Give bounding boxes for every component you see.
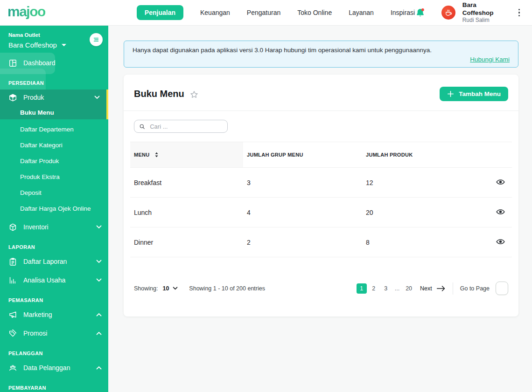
sidebar-item-label: Daftar Laporan: [23, 258, 67, 265]
sidebar-item-label: Promosi: [23, 330, 47, 337]
sidebar-item-analisa-usaha[interactable]: Analisa Usaha: [0, 272, 108, 288]
next-page-button[interactable]: Next: [420, 285, 446, 292]
goto-page-input[interactable]: [496, 282, 508, 295]
hubungi-kami-link[interactable]: Hubungi Kami: [470, 56, 510, 63]
plus-icon: [447, 90, 454, 97]
section-laporan: LAPORAN: [0, 244, 108, 250]
sidebar-item-marketing[interactable]: Marketing: [0, 307, 108, 323]
sidebar-subitem-deposit[interactable]: Deposit: [0, 185, 108, 200]
sidebar-item-dashboard[interactable]: Dashboard: [0, 55, 108, 71]
customers-icon: [8, 364, 17, 372]
chevron-up-icon: [96, 313, 102, 316]
showing-label: Showing:: [134, 285, 158, 292]
nav-layanan[interactable]: Layanan: [349, 9, 374, 16]
outlet-label: Nama Outlet: [8, 32, 100, 38]
section-pemasaran: PEMASARAN: [0, 297, 108, 303]
merchant-avatar[interactable]: [441, 6, 455, 20]
sidebar-item-inventori[interactable]: Inventori: [0, 219, 108, 235]
search-row: [124, 111, 518, 142]
outlet-switcher: Nama Outlet Bara Coffeshop: [0, 32, 108, 49]
table-row: Breakfast 3 12: [130, 168, 512, 198]
active-menu-block: Produk Buku Menu: [0, 89, 108, 119]
sidebar-item-label: Dashboard: [23, 59, 56, 67]
column-header-jumlah-grup-menu: JUMLAH GRUP MENU: [243, 142, 362, 168]
report-clipboard-icon: [8, 257, 17, 266]
sidebar-item-produk[interactable]: Produk: [0, 89, 106, 105]
top-navigation: Penjualan Keuangan Pengaturan Toko Onlin…: [137, 5, 415, 20]
user-info[interactable]: Bara Coffeshop Rudi Salim: [462, 1, 509, 24]
nav-inspirasi[interactable]: Inspirasi: [391, 9, 415, 16]
entries-summary: Showing 1 - 10 of 200 entries: [189, 285, 265, 292]
view-detail-eye-icon[interactable]: [496, 177, 505, 187]
page-buttons: 1 2 3 ... 20 Next: [357, 283, 446, 294]
sidebar-item-data-pelanggan[interactable]: Data Pelanggan: [0, 360, 108, 376]
chevron-up-icon: [96, 331, 102, 335]
divider: [453, 282, 453, 295]
nav-pengaturan[interactable]: Pengaturan: [247, 9, 280, 16]
chevron-down-icon: [96, 260, 102, 263]
megaphone-icon: [8, 310, 17, 319]
collapse-menu-icon: [93, 36, 99, 43]
nav-toko-online[interactable]: Toko Online: [297, 9, 332, 16]
view-detail-eye-icon[interactable]: [496, 207, 505, 217]
favorite-star-icon[interactable]: [189, 90, 199, 99]
sidebar-subitem-daftar-kategori[interactable]: Daftar Kategori: [0, 137, 108, 153]
page-button-1[interactable]: 1: [357, 283, 367, 294]
view-detail-eye-icon[interactable]: [496, 237, 505, 247]
column-header-actions: [484, 142, 512, 168]
chevron-down-icon: [96, 225, 102, 229]
chevron-up-icon: [96, 366, 102, 370]
caret-down-icon: [61, 43, 67, 47]
tambah-menu-button[interactable]: Tambah Menu: [440, 87, 508, 101]
page-button-20[interactable]: 20: [403, 283, 414, 294]
page-title: Buku Menu: [134, 89, 184, 99]
majoo-logo: majoo: [7, 5, 45, 21]
sidebar: Nama Outlet Bara Coffeshop Dashboard PER…: [0, 26, 108, 392]
goto-page-label: Go to Page: [460, 285, 490, 292]
sidebar-item-daftar-laporan[interactable]: Daftar Laporan: [0, 254, 108, 269]
card-header: Buku Menu Tambah Menu: [124, 75, 518, 110]
cell-products: 20: [362, 198, 484, 227]
sidebar-collapse-button[interactable]: [90, 33, 103, 46]
sidebar-subitem-daftar-produk[interactable]: Daftar Produk: [0, 153, 108, 169]
outlet-name: Bara Coffeshop: [8, 41, 57, 49]
sidebar-subitem-produk-ekstra[interactable]: Produk Ekstra: [0, 169, 108, 185]
page-button-3[interactable]: 3: [381, 283, 391, 294]
sidebar-subitem-daftar-harga-ojek-online[interactable]: Daftar Harga Ojek Online: [0, 200, 108, 216]
next-label: Next: [420, 285, 432, 292]
bar-chart-icon: [8, 276, 17, 285]
sidebar-subitem-daftar-departemen[interactable]: Daftar Departemen: [0, 121, 108, 137]
tambah-menu-label: Tambah Menu: [459, 90, 501, 97]
column-header-menu[interactable]: MENU: [130, 142, 243, 168]
notification-bell-icon[interactable]: [415, 7, 426, 18]
cell-products: 12: [362, 168, 484, 198]
search-input[interactable]: [149, 123, 223, 131]
section-pembayaran: PEMBAYARAN: [0, 385, 108, 391]
banner-message: Hanya dapat digunakan pada aplikasi vers…: [133, 47, 510, 54]
section-pelanggan: PELANGGAN: [0, 351, 108, 356]
cell-products: 8: [362, 227, 484, 257]
column-header-label: MENU: [134, 152, 150, 158]
topbar-right: Bara Coffeshop Rudi Salim: [415, 1, 523, 24]
page-size-dropdown[interactable]: 10: [162, 285, 178, 292]
main-content: Hanya dapat digunakan pada aplikasi vers…: [108, 26, 532, 392]
dashboard-icon: [8, 59, 17, 68]
promo-tag-icon: [8, 329, 17, 338]
cell-groups: 3: [243, 168, 362, 198]
cell-menu: Dinner: [130, 227, 243, 257]
sidebar-item-label: Inventori: [23, 223, 49, 231]
outlet-name-dropdown[interactable]: Bara Coffeshop: [8, 41, 100, 49]
goto-page: Go to Page: [460, 282, 508, 295]
chevron-down-icon: [94, 96, 100, 99]
search-box: [134, 120, 228, 133]
page-button-2[interactable]: 2: [369, 283, 379, 294]
more-options-icon[interactable]: [516, 7, 523, 19]
sidebar-item-promosi[interactable]: Promosi: [0, 325, 108, 341]
nav-penjualan[interactable]: Penjualan: [137, 5, 183, 20]
pagination: Showing: 10 Showing 1 - 10 of 200 entrie…: [134, 282, 508, 295]
chevron-down-icon: [96, 278, 102, 282]
sidebar-subitem-buku-menu[interactable]: Buku Menu: [0, 105, 106, 119]
nav-keuangan[interactable]: Keuangan: [200, 9, 230, 16]
sidebar-item-label: Analisa Usaha: [23, 276, 65, 284]
sidebar-item-label: Produk: [23, 94, 44, 101]
